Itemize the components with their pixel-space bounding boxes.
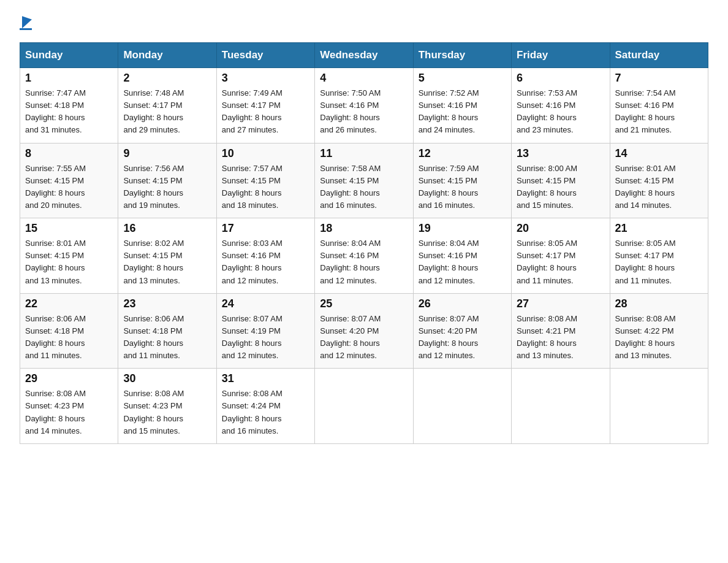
day-cell-25: 25Sunrise: 8:07 AMSunset: 4:20 PMDayligh…: [315, 293, 413, 369]
day-number: 12: [419, 147, 506, 160]
day-cell-26: 26Sunrise: 8:07 AMSunset: 4:20 PMDayligh…: [413, 293, 511, 369]
day-info: Sunrise: 8:06 AMSunset: 4:18 PMDaylight:…: [123, 313, 211, 362]
day-info: Sunrise: 8:07 AMSunset: 4:19 PMDaylight:…: [222, 313, 309, 362]
day-number: 1: [25, 72, 113, 85]
day-cell-31: 31Sunrise: 8:08 AMSunset: 4:24 PMDayligh…: [216, 369, 314, 444]
day-cell-5: 5Sunrise: 7:52 AMSunset: 4:16 PMDaylight…: [413, 68, 511, 144]
day-info: Sunrise: 7:47 AMSunset: 4:18 PMDaylight:…: [25, 87, 113, 137]
day-number: 28: [615, 297, 703, 310]
day-number: 6: [517, 72, 604, 85]
day-cell-29: 29Sunrise: 8:08 AMSunset: 4:23 PMDayligh…: [20, 369, 118, 444]
day-cell-11: 11Sunrise: 7:58 AMSunset: 4:15 PMDayligh…: [315, 143, 413, 218]
day-number: 26: [419, 297, 506, 310]
week-row-4: 22Sunrise: 8:06 AMSunset: 4:18 PMDayligh…: [20, 293, 708, 369]
week-row-3: 15Sunrise: 8:01 AMSunset: 4:15 PMDayligh…: [20, 218, 708, 294]
day-number: 24: [222, 297, 309, 310]
day-number: 18: [320, 222, 408, 235]
day-number: 19: [419, 222, 506, 235]
day-number: 2: [123, 72, 211, 85]
day-cell-2: 2Sunrise: 7:48 AMSunset: 4:17 PMDaylight…: [118, 68, 216, 144]
header-monday: Monday: [118, 43, 216, 68]
day-info: Sunrise: 8:07 AMSunset: 4:20 PMDaylight:…: [419, 313, 506, 362]
day-info: Sunrise: 7:55 AMSunset: 4:15 PMDaylight:…: [25, 163, 113, 212]
day-cell-23: 23Sunrise: 8:06 AMSunset: 4:18 PMDayligh…: [118, 293, 216, 369]
empty-cell: [315, 369, 413, 444]
day-info: Sunrise: 7:52 AMSunset: 4:16 PMDaylight:…: [419, 87, 506, 137]
empty-cell: [512, 369, 610, 444]
day-number: 10: [222, 147, 309, 160]
day-info: Sunrise: 7:56 AMSunset: 4:15 PMDaylight:…: [123, 163, 211, 212]
day-cell-1: 1Sunrise: 7:47 AMSunset: 4:18 PMDaylight…: [20, 68, 118, 144]
page-header: [20, 15, 708, 30]
day-cell-4: 4Sunrise: 7:50 AMSunset: 4:16 PMDaylight…: [315, 68, 413, 144]
day-number: 31: [222, 372, 309, 385]
day-info: Sunrise: 8:02 AMSunset: 4:15 PMDaylight:…: [123, 237, 211, 287]
calendar-header-row: SundayMondayTuesdayWednesdayThursdayFrid…: [20, 43, 708, 68]
day-info: Sunrise: 7:54 AMSunset: 4:16 PMDaylight:…: [615, 87, 703, 137]
day-info: Sunrise: 8:08 AMSunset: 4:23 PMDaylight:…: [123, 388, 211, 437]
header-friday: Friday: [512, 43, 610, 68]
day-number: 15: [25, 222, 113, 235]
day-info: Sunrise: 8:04 AMSunset: 4:16 PMDaylight:…: [419, 237, 506, 287]
day-number: 16: [123, 222, 211, 235]
day-number: 14: [615, 147, 703, 160]
day-number: 21: [615, 222, 703, 235]
day-cell-21: 21Sunrise: 8:05 AMSunset: 4:17 PMDayligh…: [610, 218, 708, 294]
day-number: 17: [222, 222, 309, 235]
day-number: 20: [517, 222, 604, 235]
week-row-5: 29Sunrise: 8:08 AMSunset: 4:23 PMDayligh…: [20, 369, 708, 444]
day-number: 30: [123, 372, 211, 385]
day-info: Sunrise: 8:05 AMSunset: 4:17 PMDaylight:…: [615, 237, 703, 287]
day-info: Sunrise: 8:01 AMSunset: 4:15 PMDaylight:…: [615, 163, 703, 212]
header-saturday: Saturday: [610, 43, 708, 68]
header-sunday: Sunday: [20, 43, 118, 68]
day-cell-14: 14Sunrise: 8:01 AMSunset: 4:15 PMDayligh…: [610, 143, 708, 218]
day-cell-16: 16Sunrise: 8:02 AMSunset: 4:15 PMDayligh…: [118, 218, 216, 294]
day-info: Sunrise: 8:01 AMSunset: 4:15 PMDaylight:…: [25, 237, 113, 287]
day-number: 9: [123, 147, 211, 160]
day-cell-20: 20Sunrise: 8:05 AMSunset: 4:17 PMDayligh…: [512, 218, 610, 294]
logo-underline: [20, 28, 32, 30]
day-number: 23: [123, 297, 211, 310]
header-tuesday: Tuesday: [216, 43, 314, 68]
day-number: 7: [615, 72, 703, 85]
day-cell-19: 19Sunrise: 8:04 AMSunset: 4:16 PMDayligh…: [413, 218, 511, 294]
day-info: Sunrise: 7:53 AMSunset: 4:16 PMDaylight:…: [517, 87, 604, 137]
day-info: Sunrise: 7:59 AMSunset: 4:15 PMDaylight:…: [419, 163, 506, 212]
day-number: 25: [320, 297, 408, 310]
day-info: Sunrise: 7:48 AMSunset: 4:17 PMDaylight:…: [123, 87, 211, 137]
day-number: 3: [222, 72, 309, 85]
day-number: 22: [25, 297, 113, 310]
day-info: Sunrise: 8:08 AMSunset: 4:24 PMDaylight:…: [222, 388, 309, 437]
day-info: Sunrise: 7:58 AMSunset: 4:15 PMDaylight:…: [320, 163, 408, 212]
week-row-1: 1Sunrise: 7:47 AMSunset: 4:18 PMDaylight…: [20, 68, 708, 144]
logo: [20, 15, 32, 30]
calendar-table: SundayMondayTuesdayWednesdayThursdayFrid…: [20, 42, 708, 444]
empty-cell: [413, 369, 511, 444]
day-cell-22: 22Sunrise: 8:06 AMSunset: 4:18 PMDayligh…: [20, 293, 118, 369]
day-cell-7: 7Sunrise: 7:54 AMSunset: 4:16 PMDaylight…: [610, 68, 708, 144]
day-number: 5: [419, 72, 506, 85]
day-info: Sunrise: 8:06 AMSunset: 4:18 PMDaylight:…: [25, 313, 113, 362]
day-cell-18: 18Sunrise: 8:04 AMSunset: 4:16 PMDayligh…: [315, 218, 413, 294]
day-cell-28: 28Sunrise: 8:08 AMSunset: 4:22 PMDayligh…: [610, 293, 708, 369]
day-number: 27: [517, 297, 604, 310]
header-thursday: Thursday: [413, 43, 511, 68]
day-info: Sunrise: 7:49 AMSunset: 4:17 PMDaylight:…: [222, 87, 309, 137]
day-info: Sunrise: 8:08 AMSunset: 4:21 PMDaylight:…: [517, 313, 604, 362]
day-cell-3: 3Sunrise: 7:49 AMSunset: 4:17 PMDaylight…: [216, 68, 314, 144]
day-info: Sunrise: 8:08 AMSunset: 4:22 PMDaylight:…: [615, 313, 703, 362]
day-number: 8: [25, 147, 113, 160]
day-cell-10: 10Sunrise: 7:57 AMSunset: 4:15 PMDayligh…: [216, 143, 314, 218]
empty-cell: [610, 369, 708, 444]
day-info: Sunrise: 8:07 AMSunset: 4:20 PMDaylight:…: [320, 313, 408, 362]
day-cell-24: 24Sunrise: 8:07 AMSunset: 4:19 PMDayligh…: [216, 293, 314, 369]
day-info: Sunrise: 8:08 AMSunset: 4:23 PMDaylight:…: [25, 388, 113, 437]
day-number: 13: [517, 147, 604, 160]
day-info: Sunrise: 8:00 AMSunset: 4:15 PMDaylight:…: [517, 163, 604, 212]
day-cell-15: 15Sunrise: 8:01 AMSunset: 4:15 PMDayligh…: [20, 218, 118, 294]
day-cell-27: 27Sunrise: 8:08 AMSunset: 4:21 PMDayligh…: [512, 293, 610, 369]
week-row-2: 8Sunrise: 7:55 AMSunset: 4:15 PMDaylight…: [20, 143, 708, 218]
day-cell-9: 9Sunrise: 7:56 AMSunset: 4:15 PMDaylight…: [118, 143, 216, 218]
day-cell-6: 6Sunrise: 7:53 AMSunset: 4:16 PMDaylight…: [512, 68, 610, 144]
